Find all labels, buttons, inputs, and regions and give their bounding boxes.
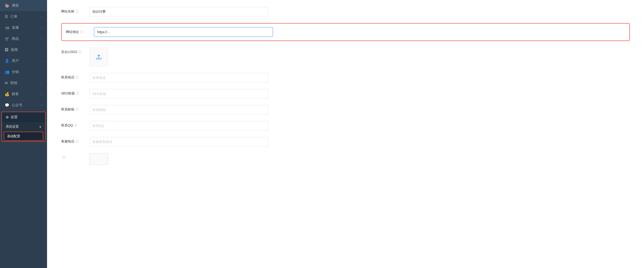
sidebar-item-goods[interactable]: 🛒 商品 ‹ — [0, 33, 47, 44]
chevron-courses: ‹ — [42, 4, 42, 7]
chevron-orders: ‹ — [42, 15, 42, 18]
settings-section: ⚙ 设置 系统设置 ∨ 基础配置 — [2, 112, 46, 142]
chevron-marketing: ‹ — [42, 82, 42, 85]
basic-config-label: 基础配置 — [7, 134, 20, 138]
sidebar-item-finance[interactable]: 💰 财务 ‹ — [0, 89, 47, 100]
sidebar-item-distribution[interactable]: 👥 分销 ‹ — [0, 66, 47, 78]
website-url-input[interactable] — [94, 27, 273, 37]
sidebar-label-wechat: 公众号 — [12, 103, 22, 107]
contact-email-info-icon[interactable]: ⓘ — [76, 107, 78, 112]
website-url-info-icon[interactable]: ⓘ — [80, 30, 83, 34]
orders-icon: ☰ — [5, 14, 8, 19]
goods-icon: 🛒 — [5, 37, 10, 41]
sidebar-label-orders: 订单 — [10, 14, 18, 19]
chevron-live: ‹ — [42, 26, 42, 30]
finance-icon: 💰 — [5, 92, 10, 96]
sidebar-item-live[interactable]: 📹 直播 ‹ — [0, 22, 47, 33]
extra-upload-row: ⓘ — [61, 153, 630, 165]
contact-phone-info-icon[interactable]: ⓘ — [76, 75, 78, 80]
website-url-label: 网站地址 ⓘ — [66, 30, 94, 34]
contact-phone-label: 联系电话 ⓘ — [61, 73, 90, 80]
sidebar-label-finance: 财务 — [12, 92, 19, 96]
chevron-wechat: ‹ — [42, 104, 42, 107]
basic-config-item[interactable]: 基础配置 — [4, 132, 43, 141]
site-name-input[interactable] — [90, 7, 268, 17]
contact-email-row: 联系邮箱 ⓘ — [61, 105, 630, 114]
sidebar-label-distribution: 分销 — [12, 70, 19, 74]
contact-phone-input[interactable] — [90, 73, 268, 82]
settings-header-label: 设置 — [10, 115, 18, 119]
logo-upload-box[interactable] — [90, 48, 108, 66]
news-icon: 🖼 — [5, 48, 8, 52]
sidebar-item-orders[interactable]: ☰ 订单 ‹ — [0, 11, 47, 22]
logo-label: 后台LOGO ⓘ — [61, 48, 90, 54]
contact-qq-input[interactable] — [90, 121, 268, 130]
chevron-users: ‹ — [42, 59, 42, 63]
service-phone-info-icon[interactable]: ⓘ — [76, 139, 78, 144]
site-name-info-icon[interactable]: ⓘ — [76, 10, 78, 14]
upload-icon — [96, 54, 102, 60]
sidebar-label-marketing: 营销 — [10, 81, 17, 85]
sidebar-item-courses[interactable]: 📚 课程 ‹ — [0, 0, 47, 11]
contact-qq-info-icon[interactable]: ⓘ — [74, 123, 77, 128]
extra-upload-box[interactable] — [90, 153, 108, 165]
contact-email-input[interactable] — [90, 105, 268, 114]
sidebar-item-users[interactable]: 👤 用户 ‹ — [0, 55, 47, 66]
sidebar-item-marketing[interactable]: ✉ 营销 ‹ — [0, 78, 47, 89]
distribution-icon: 👥 — [5, 70, 10, 74]
chevron-goods: ‹ — [42, 37, 42, 41]
sidebar-label-courses: 课程 — [12, 3, 19, 8]
sidebar-item-news[interactable]: 🖼 新闻 ‹ — [0, 44, 47, 55]
live-icon: 📹 — [5, 26, 10, 30]
service-phone-row: 客服电话 ⓘ — [61, 137, 630, 146]
logo-info-icon[interactable]: ⓘ — [78, 50, 82, 54]
chevron-distribution: ‹ — [42, 70, 42, 74]
extra-upload-info-icon[interactable]: ⓘ — [62, 155, 66, 160]
contact-email-label: 联系邮箱 ⓘ — [61, 105, 90, 112]
service-phone-label: 客服电话 ⓘ — [61, 137, 90, 144]
svg-rect-0 — [96, 58, 101, 59]
settings-header[interactable]: ⚙ 设置 — [2, 112, 45, 122]
sidebar-label-goods: 商品 — [12, 37, 19, 41]
seo-title-row: SEO标题 ⓘ — [61, 89, 630, 98]
courses-icon: 📚 — [5, 3, 10, 8]
extra-upload-label: ⓘ — [61, 153, 90, 160]
site-name-row: 网站名称 ⓘ — [61, 7, 630, 17]
settings-gear-icon: ⚙ — [6, 115, 9, 119]
seo-title-input[interactable] — [90, 89, 268, 98]
chevron-news: ‹ — [42, 48, 42, 52]
system-settings-label: 系统设置 — [6, 125, 19, 129]
marketing-icon: ✉ — [5, 81, 8, 85]
seo-title-info-icon[interactable]: ⓘ — [76, 91, 79, 96]
website-url-row: 网站地址 ⓘ — [61, 23, 630, 41]
service-phone-input[interactable] — [90, 137, 268, 146]
main-content: 网站名称 ⓘ 网站地址 ⓘ 后台LOGO ⓘ 联系电话 ⓘ — [47, 0, 644, 268]
sidebar-label-news: 新闻 — [11, 48, 18, 52]
seo-title-label: SEO标题 ⓘ — [61, 89, 90, 96]
settings-submenu: 系统设置 ∨ 基础配置 — [2, 122, 45, 141]
chevron-finance: ‹ — [42, 93, 42, 96]
site-name-label: 网站名称 ⓘ — [61, 7, 90, 14]
sidebar-item-wechat[interactable]: 💬 公众号 ‹ — [0, 100, 47, 111]
users-icon: 👤 — [5, 59, 10, 63]
logo-row: 后台LOGO ⓘ — [61, 48, 630, 66]
chevron-system-settings: ∨ — [39, 125, 42, 129]
wechat-icon: 💬 — [5, 103, 10, 107]
contact-qq-label: 联系QQ ⓘ — [61, 121, 90, 128]
contact-qq-row: 联系QQ ⓘ — [61, 121, 630, 130]
contact-phone-row: 联系电话 ⓘ — [61, 73, 630, 82]
sidebar: 📚 课程 ‹ ☰ 订单 ‹ 📹 直播 ‹ 🛒 商品 ‹ 🖼 新闻 ‹ — [0, 0, 47, 268]
sidebar-label-users: 用户 — [12, 59, 19, 63]
sidebar-label-live: 直播 — [12, 26, 19, 30]
system-settings-item[interactable]: 系统设置 ∨ — [2, 122, 45, 131]
